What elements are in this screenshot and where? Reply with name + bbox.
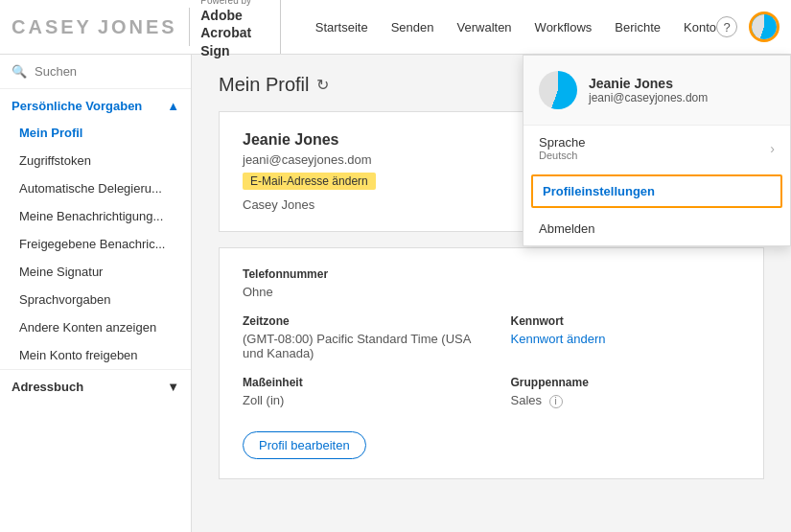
- unit-label: Maßeinheit: [243, 376, 473, 389]
- profile-fields: Telefonnummer Ohne Zeitzone (GMT-08:00) …: [219, 247, 764, 479]
- dropdown-user-email: jeani@caseyjones.dom: [589, 91, 708, 104]
- header: CASEY JONES Powered by Adobe Acrobat Sig…: [0, 0, 791, 55]
- field-row-unit: Maßeinheit Zoll (in) Gruppenname Sales i: [243, 376, 740, 408]
- dropdown-user-info: Jeanie Jones jeani@caseyjones.dom: [589, 76, 708, 104]
- sidebar-item-automatische-delegieru[interactable]: Automatische Delegieru...: [0, 174, 191, 202]
- field-phone: Telefonnummer Ohne: [243, 267, 740, 299]
- dropdown-language-label: Sprache: [539, 135, 585, 150]
- sidebar-item-benachrichtigung[interactable]: Meine Benachrichtigung...: [0, 202, 191, 230]
- dropdown-language-info: Sprache Deutsch: [539, 135, 585, 161]
- sidebar-item-zugriffstoken[interactable]: Zugriffstoken: [0, 147, 191, 174]
- timezone-label: Zeitzone: [243, 314, 473, 328]
- group-info-icon[interactable]: i: [549, 395, 563, 408]
- sidebar-section-personal-label: Persönliche Vorgaben: [12, 99, 142, 113]
- chevron-up-icon: ▲: [167, 99, 179, 113]
- group-value: Sales i: [511, 393, 741, 408]
- brand-name-text: Adobe Acrobat Sign: [200, 7, 268, 59]
- dropdown-profile-settings-item[interactable]: Profileinstellungen: [531, 174, 782, 208]
- nav-workflows[interactable]: Workflows: [535, 16, 593, 38]
- nav-startseite[interactable]: Startseite: [315, 16, 368, 38]
- page-title-text: Mein Profil: [219, 74, 309, 96]
- avatar-image: [752, 14, 777, 39]
- field-row-timezone: Zeitzone (GMT-08:00) Pacific Standard Ti…: [243, 314, 740, 360]
- logo-jones: JONES: [98, 16, 177, 38]
- sidebar-item-mein-profil[interactable]: Mein Profil: [0, 119, 191, 147]
- edit-btn-row: Profil bearbeiten: [243, 424, 740, 459]
- field-timezone: Zeitzone (GMT-08:00) Pacific Standard Ti…: [243, 314, 473, 360]
- field-group: Gruppenname Sales i: [511, 376, 741, 408]
- chevron-right-icon: ›: [770, 141, 775, 156]
- password-label: Kennwort: [511, 314, 741, 328]
- sidebar-search[interactable]: 🔍 Suchen: [0, 55, 191, 89]
- refresh-icon[interactable]: ↻: [316, 76, 329, 94]
- sidebar-item-mein-konto-freigeben[interactable]: Mein Konto freigeben: [0, 341, 191, 369]
- sidebar-section-personal[interactable]: Persönliche Vorgaben ▲: [0, 89, 191, 119]
- search-icon: 🔍: [12, 64, 27, 79]
- unit-value: Zoll (in): [243, 393, 473, 407]
- user-avatar-button[interactable]: [749, 12, 779, 42]
- timezone-value: (GMT-08:00) Pacific Standard Time (USA u…: [243, 332, 473, 360]
- field-password: Kennwort Kennwort ändern: [511, 314, 741, 360]
- dropdown-logout-item[interactable]: Abmelden: [523, 212, 790, 245]
- powered-by-text: Powered by: [200, 0, 268, 7]
- phone-label: Telefonnummer: [243, 267, 740, 281]
- chevron-down-icon: ▼: [167, 380, 179, 394]
- help-button[interactable]: ?: [716, 16, 737, 37]
- dropdown-language-item[interactable]: Sprache Deutsch ›: [523, 126, 790, 171]
- dropdown-language-value: Deutsch: [539, 150, 585, 161]
- nav-berichte[interactable]: Berichte: [615, 16, 661, 38]
- logo-casey: CASEY: [12, 16, 92, 38]
- header-right: ?: [716, 12, 779, 42]
- phone-value: Ohne: [243, 285, 740, 299]
- dropdown-avatar: [539, 71, 577, 109]
- group-label: Gruppenname: [511, 376, 741, 389]
- dropdown-user-header: Jeanie Jones jeani@caseyjones.dom: [523, 56, 790, 126]
- email-change-button[interactable]: E-Mail-Adresse ändern: [243, 173, 376, 190]
- sidebar: 🔍 Suchen Persönliche Vorgaben ▲ Mein Pro…: [0, 55, 192, 532]
- dropdown-user-name: Jeanie Jones: [589, 76, 708, 91]
- sidebar-item-sprachvorgaben[interactable]: Sprachvorgaben: [0, 286, 191, 313]
- sidebar-item-andere-konten[interactable]: Andere Konten anzeigen: [0, 313, 191, 341]
- sidebar-section-adressbuch-label: Adressbuch: [12, 380, 83, 394]
- password-change-link[interactable]: Kennwort ändern: [511, 332, 606, 346]
- main-nav: Startseite Senden Verwalten Workflows Be…: [315, 16, 716, 38]
- edit-profile-button[interactable]: Profil bearbeiten: [243, 431, 366, 459]
- logo-area: CASEY JONES Powered by Adobe Acrobat Sig…: [12, 0, 281, 54]
- user-dropdown: Jeanie Jones jeani@caseyjones.dom Sprach…: [523, 55, 791, 246]
- field-row-phone: Telefonnummer Ohne: [243, 267, 740, 299]
- sidebar-section-adressbuch[interactable]: Adressbuch ▼: [0, 369, 191, 404]
- sidebar-item-meine-signatur[interactable]: Meine Signatur: [0, 258, 191, 286]
- search-label: Suchen: [35, 64, 77, 79]
- nav-verwalten[interactable]: Verwalten: [457, 16, 512, 38]
- nav-senden[interactable]: Senden: [391, 16, 434, 38]
- brand-area: Powered by Adobe Acrobat Sign: [200, 0, 268, 59]
- nav-konto[interactable]: Konto: [684, 16, 716, 38]
- sidebar-item-freigegebene-benachric[interactable]: Freigegebene Benachric...: [0, 230, 191, 258]
- field-unit: Maßeinheit Zoll (in): [243, 376, 473, 408]
